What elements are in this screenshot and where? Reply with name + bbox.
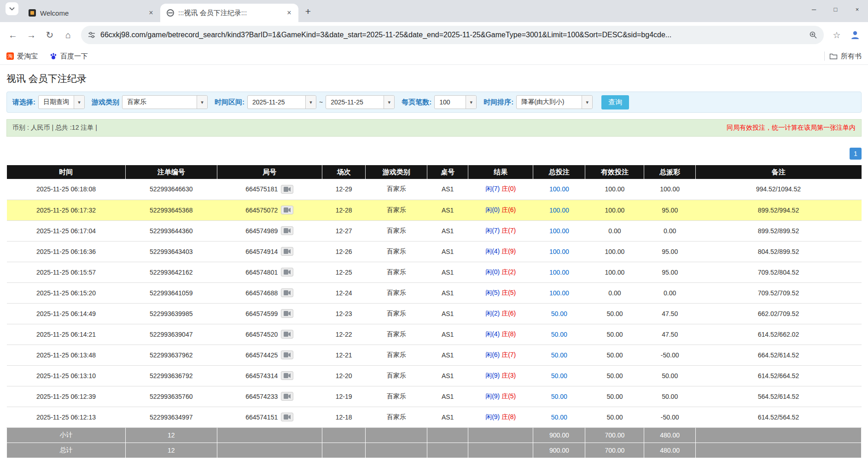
cell-time: 2025-11-25 06:17:32: [7, 200, 126, 220]
cell-bet-id: 522993646630: [125, 179, 217, 200]
result-banker: 庄(5): [501, 392, 516, 400]
video-replay-button[interactable]: [281, 371, 293, 380]
header-session: 场次: [322, 165, 366, 179]
sort-dropdown[interactable]: 降幂(由大到小) ▾: [516, 95, 593, 109]
close-button[interactable]: ×: [846, 0, 868, 18]
video-replay-button[interactable]: [281, 226, 293, 235]
total-bet-link[interactable]: 50.00: [551, 414, 567, 421]
video-replay-button[interactable]: [281, 185, 293, 194]
cell-payout: 50.00: [644, 386, 695, 407]
cell-valid-bet: 100.00: [585, 179, 644, 200]
cell-payout: -50.00: [644, 407, 695, 427]
cell-bet-id: 522993636792: [125, 365, 217, 386]
folder-icon: [829, 53, 838, 60]
total-bet-link[interactable]: 50.00: [551, 310, 567, 317]
query-type-dropdown[interactable]: 日期查询 ▾: [38, 95, 85, 109]
cell-total-bet: 50.00: [533, 345, 585, 365]
site-settings-icon[interactable]: [87, 31, 96, 39]
cell-payout: 95.00: [644, 241, 695, 262]
total-count: 12: [125, 443, 217, 458]
cell-round-id: 664575181: [217, 179, 322, 200]
forward-button[interactable]: →: [23, 27, 40, 43]
back-button[interactable]: ←: [5, 27, 21, 43]
total-bet-link[interactable]: 50.00: [551, 331, 567, 338]
video-replay-button[interactable]: [281, 268, 293, 276]
tab-close-icon[interactable]: ×: [146, 8, 156, 17]
video-replay-button[interactable]: [281, 288, 293, 297]
cell-session: 12-23: [322, 303, 366, 324]
cell-round-id: 664574914: [217, 241, 322, 262]
all-bookmarks-folder[interactable]: 所有书: [829, 52, 862, 61]
video-replay-button[interactable]: [281, 413, 293, 421]
cell-game-type: 百家乐: [366, 386, 427, 407]
cell-bet-id: 522993634997: [125, 407, 217, 427]
total-bet-link[interactable]: 100.00: [549, 289, 569, 297]
minimize-button[interactable]: ─: [803, 0, 825, 18]
cell-result: 闲(9) 庄(5): [468, 386, 533, 407]
video-replay-button[interactable]: [281, 351, 293, 359]
video-replay-button[interactable]: [281, 330, 293, 339]
total-bet-link[interactable]: 100.00: [549, 185, 569, 193]
bet-records-table: 时间 注单编号 局号 场次 游戏类别 桌号 结果 总投注 有效投注 总派彩 备注…: [6, 165, 862, 458]
cell-table-no: AS1: [427, 220, 468, 241]
tab-welcome[interactable]: Welcome ×: [22, 4, 160, 22]
result-player: 闲(5): [485, 289, 500, 296]
total-bet-link[interactable]: 50.00: [551, 372, 567, 380]
cell-result: 闲(2) 庄(6): [468, 303, 533, 324]
table-row: 2025-11-25 06:15:20522993641059664574688…: [7, 282, 862, 303]
total-bet-link[interactable]: 100.00: [549, 207, 569, 214]
total-bet-link[interactable]: 100.00: [549, 227, 569, 235]
cell-valid-bet: 100.00: [585, 200, 644, 220]
footer-empty-cell: [217, 427, 322, 443]
page-content: 视讯 会员下注纪录 请选择: 日期查询 ▾ 游戏类别 百家乐 ▾ 时间区间: 2…: [0, 65, 868, 458]
refresh-button[interactable]: ↻: [41, 27, 58, 43]
video-replay-button[interactable]: [281, 206, 293, 214]
cell-game-type: 百家乐: [366, 179, 427, 200]
address-bar[interactable]: 66cxkj98.com/game/betrecord_search/kind3…: [81, 26, 824, 44]
cell-table-no: AS1: [427, 282, 468, 303]
home-button[interactable]: ⌂: [60, 27, 76, 43]
profile-avatar[interactable]: [847, 27, 863, 43]
tab-close-icon[interactable]: ×: [285, 8, 294, 17]
game-type-dropdown[interactable]: 百家乐 ▾: [122, 95, 208, 109]
date-end-dropdown[interactable]: 2025-11-25 ▾: [326, 95, 395, 109]
total-bet-link[interactable]: 50.00: [551, 393, 567, 400]
cell-round-id: 664574688: [217, 282, 322, 303]
total-bet-link[interactable]: 100.00: [549, 248, 569, 255]
tab-bet-records[interactable]: :::视讯 会员下注纪录::: ×: [160, 4, 298, 22]
total-bet-link[interactable]: 100.00: [549, 269, 569, 276]
zoom-icon[interactable]: [809, 31, 817, 39]
bookmark-taobao[interactable]: 淘 爱淘宝: [6, 52, 38, 61]
result-banker: 庄(8): [501, 413, 516, 420]
tab-search-button[interactable]: [6, 2, 18, 15]
cell-result: 闲(5) 庄(5): [468, 282, 533, 303]
bookmark-baidu[interactable]: 百度一下: [50, 52, 88, 61]
cell-session: 12-22: [322, 324, 366, 345]
cell-table-no: AS1: [427, 407, 468, 427]
maximize-button[interactable]: □: [825, 0, 846, 18]
cell-payout: 47.50: [644, 303, 695, 324]
video-replay-button[interactable]: [281, 392, 293, 401]
table-row: 2025-11-25 06:12:13522993634997664574151…: [7, 407, 862, 427]
all-bookmarks-label: 所有书: [841, 52, 862, 61]
cell-result: 闲(9) 庄(8): [468, 407, 533, 427]
video-replay-button[interactable]: [281, 247, 293, 256]
date-start-dropdown[interactable]: 2025-11-25 ▾: [247, 95, 316, 109]
total-bet-link[interactable]: 50.00: [551, 351, 567, 359]
cell-session: 12-25: [322, 262, 366, 282]
cell-remark: 614.52/662.02: [695, 324, 861, 345]
bookmark-star-icon[interactable]: ☆: [828, 27, 845, 43]
new-tab-button[interactable]: +: [301, 5, 315, 18]
page-number-button[interactable]: 1: [850, 148, 862, 160]
chevron-down-icon: ▾: [384, 96, 394, 109]
cell-bet-id: 522993642162: [125, 262, 217, 282]
cell-game-type: 百家乐: [366, 241, 427, 262]
cell-session: 12-28: [322, 200, 366, 220]
video-camera-icon: [284, 270, 291, 275]
result-player: 闲(7): [485, 227, 500, 234]
cell-payout: -50.00: [644, 345, 695, 365]
per-page-dropdown[interactable]: 100 ▾: [434, 95, 477, 109]
video-replay-button[interactable]: [281, 309, 293, 318]
valid-bet-notice-text: 同局有效投注，统一计算在该局第一张注单内: [727, 124, 856, 132]
search-button[interactable]: 查询: [601, 95, 629, 109]
